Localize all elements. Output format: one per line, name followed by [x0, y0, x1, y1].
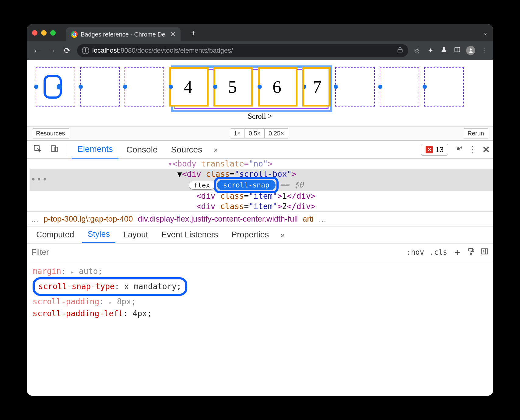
cls-button[interactable]: .cls — [430, 248, 447, 257]
tab-properties[interactable]: Properties — [226, 227, 274, 243]
snap-point-icon — [123, 85, 127, 89]
breadcrumb-overflow-icon[interactable]: … — [318, 214, 326, 224]
maximize-window-button[interactable] — [50, 30, 56, 36]
close-window-button[interactable] — [32, 30, 37, 36]
error-count-badge[interactable]: ✕ 13 — [421, 144, 448, 156]
dom-tree[interactable]: ••• ▾<body translate="no"> ▼<div class="… — [27, 159, 493, 212]
more-tabs-icon[interactable]: » — [277, 231, 288, 239]
snap-point-icon — [258, 85, 262, 89]
browser-window: Badges reference - Chrome De ✕ + ⌄ ← → ⟳… — [27, 24, 493, 396]
inspect-icon[interactable] — [30, 144, 45, 155]
browser-toolbar: ← → ⟳ i localhost:8080/docs/devtools/ele… — [27, 41, 493, 60]
paint-icon[interactable] — [467, 247, 475, 257]
scroll-item — [424, 67, 464, 107]
highlight-ring: scroll-snap-type: x mandatory; — [33, 277, 187, 296]
zoom-option[interactable]: 0.5× — [245, 128, 265, 138]
titlebar: Badges reference - Chrome De ✕ + ⌄ — [27, 24, 493, 41]
tab-title: Badges reference - Chrome De — [81, 31, 165, 38]
dom-node[interactable]: <div class="item">2</div> — [30, 201, 493, 212]
breadcrumb-item[interactable]: p-top-300.lg\:gap-top-400 — [44, 214, 133, 224]
device-toggle-icon[interactable] — [47, 144, 62, 155]
snap-point-icon — [334, 85, 338, 89]
snap-point-icon — [79, 85, 83, 89]
resources-button[interactable]: Resources — [32, 128, 69, 138]
tab-computed[interactable]: Computed — [31, 227, 80, 243]
forward-button[interactable]: → — [47, 46, 58, 55]
page-viewport: 4 5 6 7 Scroll > Resources 1× 0.5× 0.25×… — [27, 60, 493, 140]
scroll-item — [80, 67, 120, 107]
url-bar[interactable]: i localhost:8080/docs/devtools/elements/… — [77, 44, 408, 57]
dom-badges-row: flexscroll-snap== $0 — [30, 179, 493, 191]
scroll-item-visible: 5 — [213, 67, 253, 107]
svg-rect-0 — [398, 49, 402, 52]
breadcrumb[interactable]: … p-top-300.lg\:gap-top-400 div.display-… — [27, 212, 493, 226]
scroll-item-visible: 4 — [169, 67, 209, 107]
demo-footer: Resources 1× 0.5× 0.25× Rerun — [27, 126, 493, 140]
css-declaration[interactable]: margin: ▸ auto; — [33, 265, 487, 277]
settings-gear-icon[interactable] — [454, 144, 463, 155]
dom-node[interactable]: ▾<body translate="no"> — [30, 159, 493, 169]
css-declaration[interactable]: scroll-padding: ▸ 8px; — [33, 296, 487, 308]
tab-console[interactable]: Console — [121, 141, 163, 158]
traffic-lights — [32, 30, 56, 36]
zoom-option[interactable]: 1× — [230, 128, 245, 138]
profile-avatar[interactable] — [466, 46, 475, 55]
new-tab-button[interactable]: + — [188, 27, 199, 39]
styles-filter-row: :hov .cls ＋ — [27, 243, 493, 261]
breadcrumb-item[interactable]: div.display-flex.justify-content-center.… — [138, 214, 298, 224]
kebab-menu-icon[interactable]: ⋮ — [468, 145, 477, 155]
close-devtools-icon[interactable]: ✕ — [482, 144, 490, 155]
labs-icon[interactable] — [439, 46, 448, 55]
css-declaration[interactable]: scroll-padding-left: 4px; — [33, 308, 487, 320]
tab-styles[interactable]: Styles — [82, 226, 116, 243]
chrome-icon — [71, 31, 78, 38]
hov-button[interactable]: :hov — [406, 248, 424, 257]
back-button[interactable]: ← — [31, 46, 42, 55]
zoom-option[interactable]: 0.25× — [265, 128, 288, 138]
error-x-icon: ✕ — [426, 146, 433, 153]
bookmark-star-icon[interactable]: ☆ — [413, 47, 422, 54]
url-host: localhost — [92, 47, 119, 54]
kebab-menu-icon[interactable]: ⋮ — [480, 47, 489, 54]
toggle-sidebar-icon[interactable] — [481, 247, 489, 257]
flex-badge[interactable]: flex — [189, 181, 215, 190]
window-menu-chevron-icon[interactable]: ⌄ — [483, 29, 488, 37]
styles-tabs: Computed Styles Layout Event Listeners P… — [27, 226, 493, 243]
svg-rect-8 — [470, 253, 472, 254]
scroll-item-visible: 6 — [258, 67, 297, 107]
divider — [67, 144, 67, 155]
scroll-snap-badge[interactable]: scroll-snap — [217, 180, 276, 190]
new-style-rule-icon[interactable]: ＋ — [453, 246, 462, 258]
tab-event-listeners[interactable]: Event Listeners — [156, 227, 223, 243]
error-count: 13 — [435, 145, 444, 154]
reload-button[interactable]: ⟳ — [62, 46, 73, 55]
minimize-window-button[interactable] — [41, 30, 47, 36]
snap-point-icon — [34, 85, 38, 89]
tab-layout[interactable]: Layout — [118, 227, 153, 243]
scroll-item-visible-partial: 7 — [302, 67, 330, 107]
browser-tab[interactable]: Badges reference - Chrome De ✕ — [66, 27, 181, 41]
svg-rect-7 — [469, 248, 473, 251]
breadcrumb-item[interactable]: arti — [303, 214, 314, 224]
devtools-tabs: Elements Console Sources » ✕ 13 ⋮ ✕ — [27, 141, 493, 159]
scroll-item — [380, 67, 419, 107]
panel-icon[interactable] — [453, 46, 462, 55]
scroll-snap-demo: 4 5 6 7 Scroll > — [27, 60, 493, 126]
extensions-icon[interactable]: ✦ — [426, 47, 435, 54]
tab-sources[interactable]: Sources — [165, 141, 208, 158]
css-rules[interactable]: margin: ▸ auto; scroll-snap-type: x mand… — [27, 261, 493, 324]
scrollbox[interactable]: 4 5 6 7 — [36, 64, 484, 110]
rerun-button[interactable]: Rerun — [464, 128, 488, 138]
site-info-icon[interactable]: i — [82, 47, 89, 54]
share-icon[interactable] — [397, 47, 403, 55]
styles-filter-input[interactable] — [31, 247, 92, 257]
tab-elements[interactable]: Elements — [72, 141, 118, 159]
overflow-dots-icon[interactable]: ••• — [31, 174, 48, 184]
close-tab-icon[interactable]: ✕ — [170, 30, 176, 38]
snap-point-icon — [423, 85, 427, 89]
scroll-item — [125, 67, 164, 107]
breadcrumb-overflow-icon[interactable]: … — [31, 214, 39, 224]
more-tabs-icon[interactable]: » — [210, 145, 221, 154]
css-declaration-highlighted[interactable]: scroll-snap-type: x mandatory; — [33, 277, 487, 296]
svg-point-3 — [470, 48, 472, 51]
